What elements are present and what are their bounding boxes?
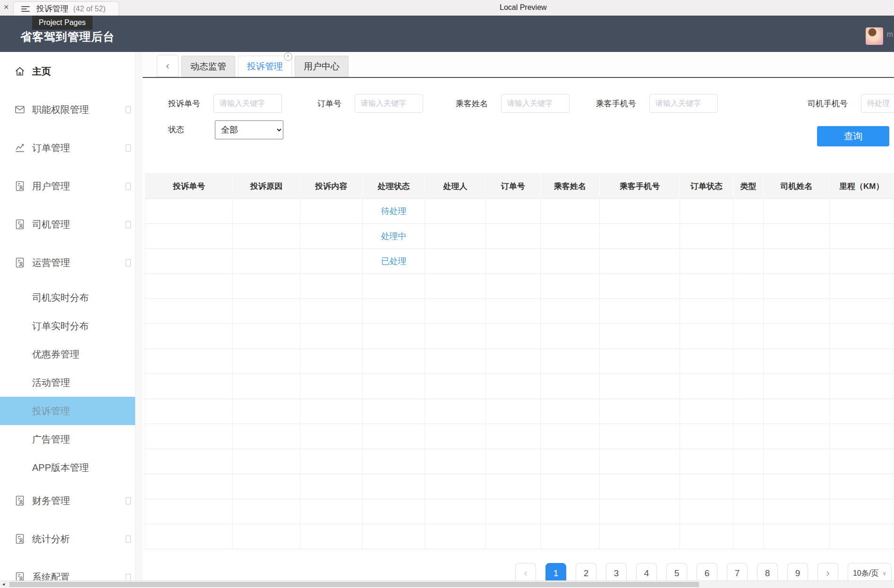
sidebar-subitem-11[interactable]: 广告管理 <box>0 425 143 453</box>
filter-input-4[interactable] <box>861 94 894 113</box>
filter-label: 司机手机号 <box>808 98 848 109</box>
table-cell <box>540 449 599 474</box>
table-cell <box>363 449 425 474</box>
table-cell <box>540 474 599 499</box>
scroll-left-arrow-icon[interactable]: ◄ <box>1 582 6 587</box>
table-cell <box>145 249 233 274</box>
hamburger-menu-icon[interactable] <box>21 6 30 12</box>
filter-input-2[interactable] <box>501 94 570 113</box>
sidebar-subitem-6[interactable]: 司机实时分布 <box>0 283 143 312</box>
table-cell <box>763 424 829 449</box>
table-cell <box>363 524 425 549</box>
horizontal-scrollbar-thumb[interactable] <box>9 582 699 587</box>
table-cell <box>485 249 540 274</box>
table-cell <box>600 199 680 224</box>
table-cell <box>680 424 733 449</box>
filter-label: 订单号 <box>317 98 341 109</box>
table-cell <box>540 199 599 224</box>
sidebar-item-5[interactable]: 运营管理 <box>0 251 143 274</box>
tab-1[interactable]: 投诉管理× <box>238 56 292 77</box>
table-row-4 <box>145 299 894 324</box>
sidebar-subitem-7[interactable]: 订单实时分布 <box>0 312 143 340</box>
table-cell <box>680 224 733 249</box>
table-cell <box>485 399 540 424</box>
table-cell <box>540 374 599 399</box>
main-area: ‹ 动态监管投诉管理×用户中心 投诉单号订单号乘客姓名乘客手机号司机手机号 状态… <box>143 52 894 588</box>
search-button[interactable]: 查询 <box>817 126 889 146</box>
sidebar-subitem-9[interactable]: 活动管理 <box>0 368 143 397</box>
horizontal-scrollbar[interactable]: ◄ <box>0 580 894 588</box>
sidebar-scrollbar[interactable] <box>135 52 143 588</box>
table-cell <box>300 299 362 324</box>
sidebar-item-2[interactable]: 订单管理 <box>0 136 143 159</box>
table-cell <box>763 374 829 399</box>
sidebar-subitem-8[interactable]: 优惠券管理 <box>0 340 143 368</box>
id-card-icon <box>14 533 26 545</box>
table-row-10 <box>145 449 894 474</box>
table-cell <box>425 299 485 324</box>
table-row-7 <box>145 374 894 399</box>
window-tab[interactable]: 投诉管理 (42 of 52) <box>13 1 119 16</box>
tab-scroll-left-button[interactable]: ‹ <box>157 55 179 77</box>
table-cell <box>733 224 763 249</box>
table-row-1: 处理中 <box>145 224 894 249</box>
table-cell <box>363 374 425 399</box>
local-preview-label: Local Preview <box>500 3 547 12</box>
tab-2[interactable]: 用户中心 <box>295 56 349 77</box>
table-cell <box>425 199 485 224</box>
table-cell <box>733 424 763 449</box>
table-cell <box>680 324 733 349</box>
table-row-3 <box>145 274 894 299</box>
table-cell <box>600 524 680 549</box>
filter-input-1[interactable] <box>355 94 423 113</box>
sidebar-item-1[interactable]: 职能权限管理 <box>0 98 143 121</box>
column-header-11: 里程（KM） <box>830 174 894 199</box>
table-cell <box>485 199 540 224</box>
filter-input-3[interactable] <box>649 94 718 113</box>
column-header-8: 订单状态 <box>680 174 733 199</box>
tab-0[interactable]: 动态监管 <box>181 56 235 77</box>
filter-label: 乘客姓名 <box>456 98 488 109</box>
table-cell <box>233 249 300 274</box>
table-cell <box>600 274 680 299</box>
table-row-8 <box>145 399 894 424</box>
table-cell <box>763 524 829 549</box>
table-cell <box>485 324 540 349</box>
status-select[interactable]: 全部 <box>215 120 283 139</box>
sidebar-subitem-10[interactable]: 投诉管理 <box>0 397 143 425</box>
sidebar-item-3[interactable]: 用户管理 <box>0 175 143 197</box>
table-cell <box>830 449 894 474</box>
table-cell <box>300 474 362 499</box>
table-cell <box>425 474 485 499</box>
sidebar-item-label: 统计分析 <box>32 533 70 545</box>
sidebar-item-4[interactable]: 司机管理 <box>0 213 143 236</box>
sidebar-subitem-12[interactable]: APP版本管理 <box>0 453 143 482</box>
sidebar-item-label: 订单管理 <box>32 142 70 154</box>
table-cell <box>540 299 599 324</box>
table-cell <box>600 474 680 499</box>
table-cell <box>733 199 763 224</box>
status-link[interactable]: 处理中 <box>381 231 407 241</box>
table-cell <box>363 274 425 299</box>
table-cell <box>830 399 894 424</box>
table-cell <box>830 274 894 299</box>
table-cell <box>300 499 362 524</box>
filter-input-0[interactable] <box>213 94 282 113</box>
column-header-3: 处理状态 <box>363 174 425 199</box>
table-cell <box>540 224 599 249</box>
close-pane-icon[interactable]: × <box>4 2 9 12</box>
tab-close-icon[interactable]: × <box>284 52 292 61</box>
table-cell <box>600 249 680 274</box>
sidebar-item-0[interactable]: 主页 <box>0 60 143 83</box>
table-cell <box>830 349 894 374</box>
sidebar-item-14[interactable]: 统计分析 <box>0 528 143 550</box>
table-cell <box>145 374 233 399</box>
status-link[interactable]: 已处理 <box>381 256 407 266</box>
table-cell <box>300 249 362 274</box>
table-cell <box>763 249 829 274</box>
sidebar-item-label: 运营管理 <box>32 256 70 269</box>
status-link[interactable]: 待处理 <box>381 206 407 216</box>
table-cell <box>763 474 829 499</box>
user-avatar[interactable] <box>866 27 883 45</box>
sidebar-item-13[interactable]: 财务管理 <box>0 489 143 512</box>
